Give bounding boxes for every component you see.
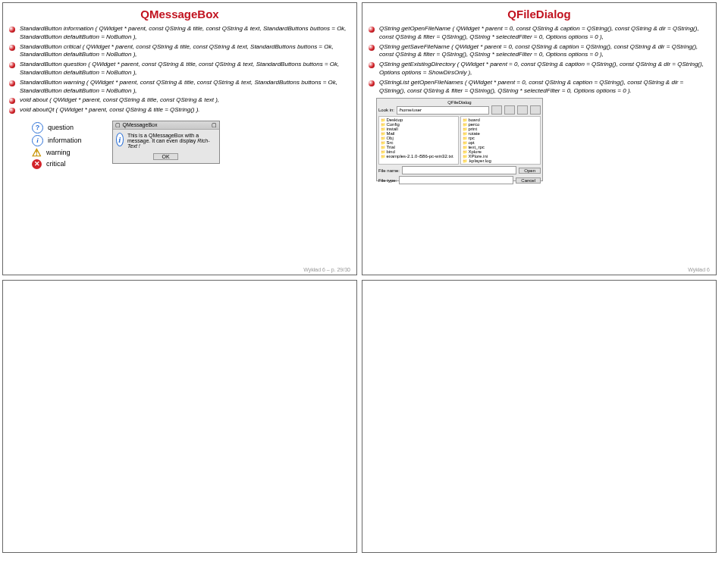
ok-button[interactable]: OK	[153, 153, 177, 160]
demo-text: This is a QMessageBox with a message. It…	[127, 133, 199, 143]
icon-label: critical	[46, 160, 66, 168]
api-item: QString getSaveFileName ( QWidget * pare…	[369, 43, 710, 60]
filetype-input[interactable]	[399, 176, 513, 184]
list-item[interactable]: examples-2.1.0-i586-pc-win32.txt	[381, 154, 457, 159]
slide-title: QFileDialog	[369, 8, 710, 20]
api-item: StandardButton warning ( QWidget * paren…	[9, 79, 350, 96]
icon-label: information	[48, 137, 82, 144]
slide-empty	[362, 280, 717, 553]
open-button[interactable]: Open	[519, 168, 541, 174]
slide-qmessagebox: QMessageBox StandardButton information (…	[2, 2, 357, 275]
slide-footer: Wykład 6 – p. 29/30	[303, 267, 350, 272]
view-list-icon[interactable]	[517, 105, 528, 115]
list-item[interactable]: .kplayer.log	[463, 159, 538, 163]
api-list-qfd: QString getOpenFileName ( QWidget * pare…	[369, 25, 710, 95]
filename-input[interactable]	[402, 166, 516, 174]
messagebox-screenshot: ▢ QMessageBox ▢ i This is a QMessageBox …	[112, 121, 220, 164]
api-item: QStringList getOpenFileNames ( QWidget *…	[369, 79, 710, 96]
api-list-qmb: StandardButton information ( QWidget * p…	[9, 25, 350, 115]
slide-footer: Wykład 6	[688, 267, 710, 272]
filename-label: File name:	[378, 168, 400, 173]
info-icon: i	[32, 135, 43, 146]
slide-title: QMessageBox	[9, 8, 350, 20]
filetype-label: File type:	[378, 178, 397, 183]
question-icon: ?	[32, 122, 43, 133]
info-icon: i	[116, 133, 124, 146]
api-item: void aboutQt ( QWidget * parent, const Q…	[9, 106, 350, 115]
window-icon: ▢	[115, 122, 121, 128]
api-item: QString getOpenFileName ( QWidget * pare…	[369, 25, 710, 42]
path-input[interactable]	[397, 106, 489, 115]
filedialog-screenshot: QFileDialog Look in: Desktop Config inst…	[376, 98, 543, 181]
api-item: StandardButton question ( QWidget * pare…	[9, 61, 350, 77]
api-item: StandardButton information ( QWidget * p…	[9, 25, 350, 42]
warning-icon: ⚠	[32, 148, 42, 158]
view-detail-icon[interactable]	[530, 105, 541, 115]
api-item: void about ( QWidget * parent, const QSt…	[9, 96, 350, 105]
lookin-label: Look in:	[378, 108, 394, 112]
critical-icon: ✕	[32, 159, 42, 169]
up-icon[interactable]	[491, 105, 502, 115]
icon-table: ?question iinformation ⚠warning ✕critica…	[32, 121, 82, 171]
slide-qfiledialog: QFileDialog QString getOpenFileName ( QW…	[362, 2, 717, 275]
api-item: StandardButton critical ( QWidget * pare…	[9, 43, 350, 60]
fd-window-title: QFileDialog	[378, 100, 541, 105]
cancel-button[interactable]: Cancel	[516, 177, 541, 184]
spacer: ▢	[212, 122, 217, 128]
demo-window-title: QMessageBox	[123, 122, 158, 127]
slide-empty	[2, 280, 357, 553]
file-list-col[interactable]: Desktop Config install Mail Obj Src Tria…	[378, 116, 459, 165]
icon-label: question	[48, 124, 74, 131]
api-item: QString getExistingDirectory ( QWidget *…	[369, 61, 710, 77]
file-list-col[interactable]: board perco print rotate rpc opt text_rp…	[460, 116, 541, 165]
icon-label: warning	[46, 149, 71, 156]
newfolder-icon[interactable]	[504, 105, 515, 115]
